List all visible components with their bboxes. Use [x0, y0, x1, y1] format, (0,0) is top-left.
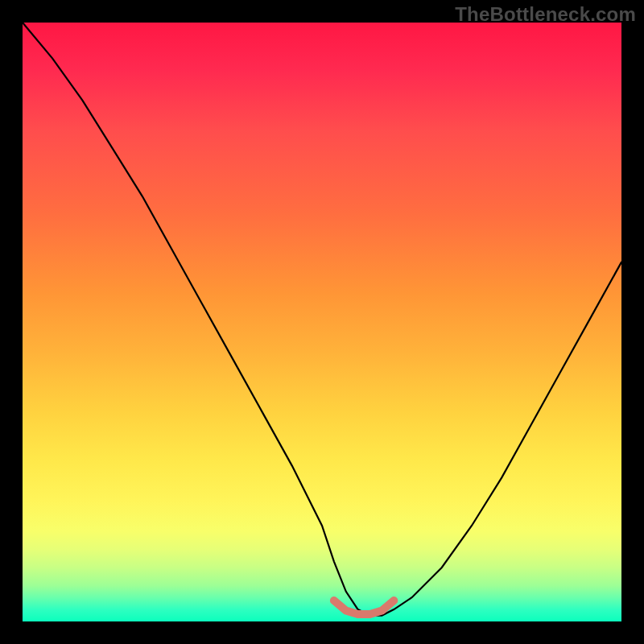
- plot-area: [23, 23, 621, 621]
- chart-frame: TheBottleneck.com: [0, 0, 644, 644]
- bottleneck-curve-path: [23, 23, 621, 616]
- flat-band-path: [334, 601, 394, 614]
- curve-layer: [23, 23, 621, 621]
